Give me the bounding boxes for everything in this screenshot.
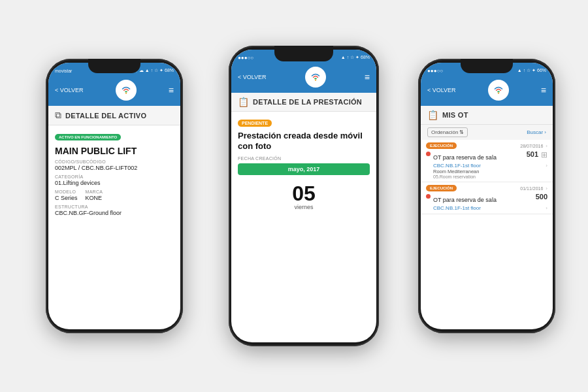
date-number-block: 05 viernes <box>238 178 370 216</box>
prestacion-description: Prestación creada desde móvil con foto <box>238 131 370 151</box>
notch-center <box>274 46 333 61</box>
battery-center: ▲ ↑ ☆ ✦ 68% <box>341 55 370 60</box>
phone-right: ●●●○○ 9:23 ▲ ↑ ☆ ✦ 66% < VOLVER <box>418 59 555 333</box>
sort-label: Ordenación <box>431 129 458 135</box>
day-number: 05 <box>243 183 365 204</box>
month-block: mayo, 2017 <box>238 163 370 175</box>
app-header-center: < VOLVER ≡ <box>231 63 376 93</box>
page-title-right: MIS OT <box>442 111 468 119</box>
page-title-center: DETALLE DE LA PRESTACIÓN <box>253 98 362 106</box>
ot-status-dot-2 <box>426 194 431 199</box>
categoria-label: CATEGORÍA <box>55 174 174 179</box>
ot-location-text-1: CBC.NB.1F-1st floor <box>433 163 481 169</box>
logo-wifi-center-icon <box>310 71 321 83</box>
logo-wifi-icon <box>120 84 132 96</box>
search-label: Buscar <box>527 129 543 135</box>
ot-title-row-2: OT para reserva de sala 500 <box>426 193 547 204</box>
asset-name: MAIN PUBLIC LIFT <box>55 146 174 156</box>
day-name: viernes <box>243 204 365 210</box>
ot-status-1: EJECUCIÓN <box>426 142 457 149</box>
codigo-label: CÓDIGO/SUBCÓDIGO <box>55 159 174 164</box>
ot-title-row-1: OT para reserva de sala 501 ⊞ <box>426 150 547 162</box>
categoria-value: 01.Lifting devices <box>55 180 174 186</box>
screen-right: ●●●○○ 9:23 ▲ ↑ ☆ ✦ 66% < VOLVER <box>421 63 553 329</box>
carrier-center: ●●●○○ <box>238 55 253 61</box>
sort-button[interactable]: Ordenación ⇅ <box>427 127 468 137</box>
screen-left: movistar ▲↑ ☁ ▲ ↑ ☆ ✦ 68% < VOLVER <box>48 63 180 329</box>
ot-arrow-2: › <box>546 186 547 191</box>
svg-point-1 <box>125 92 127 93</box>
back-button-right[interactable]: < VOLVER <box>427 87 456 93</box>
carrier-right: ●●●○○ <box>427 68 443 74</box>
menu-icon-center[interactable]: ≡ <box>365 72 370 82</box>
wifi-icon: ☁ <box>139 68 144 73</box>
logo-left <box>116 80 137 101</box>
back-button-center[interactable]: < VOLVER <box>238 74 267 80</box>
ot-title-2: OT para reserva de sala <box>433 197 497 203</box>
codigo-value: 002MPL / CBC.NB.GF-LIFT002 <box>55 165 174 171</box>
status-badge-left: ACTIVO EN FUNCIONAMIENTO <box>55 134 121 140</box>
ot-location-arrow-1: › <box>546 163 547 169</box>
logo-wifi-right-icon <box>493 84 504 96</box>
estructura-value: CBC.NB.GF-Ground floor <box>55 210 174 216</box>
menu-icon-right[interactable]: ≡ <box>541 85 546 95</box>
content-left: ACTIVO EN FUNCIONAMIENTO MAIN PUBLIC LIF… <box>48 125 180 220</box>
sort-chevron-icon: ⇅ <box>459 129 464 135</box>
modelo-label: MODELO <box>55 189 78 194</box>
phone-center: ●●●○○ 9:16 ▲ ↑ ☆ ✦ 68% < VOLVER <box>229 46 379 346</box>
ot-number-1: 501 <box>527 150 538 158</box>
ot-item-2-header: EJECUCIÓN 01/11/2016 › <box>426 185 547 191</box>
carrier-left: movistar <box>55 69 72 73</box>
ot-number-2: 500 <box>536 193 547 201</box>
ot-date-2: 01/11/2016 <box>520 186 543 191</box>
ot-date-1: 28/07/2016 <box>520 144 543 148</box>
status-icons-right: ▲ ↑ ☆ ✦ 66% <box>517 68 546 73</box>
content-center: PENDIENTE Prestación creada desde móvil … <box>231 112 376 221</box>
ot-icon: 📋 <box>427 110 438 120</box>
modelo-value: C Series <box>55 195 78 201</box>
page-title-bar-center: 📋 DETALLE DE LA PRESTACIÓN <box>231 93 376 112</box>
grid-icon-1: ⊞ <box>541 150 547 159</box>
logo-right <box>488 80 509 101</box>
battery-left: ▲ ↑ ☆ ✦ 68% <box>145 68 174 73</box>
search-button[interactable]: Buscar › <box>527 129 546 135</box>
phone-left: movistar ▲↑ ☁ ▲ ↑ ☆ ✦ 68% < VOLVER <box>46 59 183 333</box>
page-title-bar-left: ⧉ DETALLE DEL ACTIVO <box>48 106 180 125</box>
modelo-marca-row: MODELO C Series MARCA KONE <box>55 186 174 201</box>
app-header-left: < VOLVER ≡ <box>48 76 180 106</box>
prestacion-icon: 📋 <box>238 97 249 107</box>
ot-item-2[interactable]: EJECUCIÓN 01/11/2016 › OT para reserva d… <box>421 182 553 214</box>
ot-title-1: OT para reserva de sala <box>433 154 497 161</box>
page-title-bar-right: 📋 MIS OT <box>421 106 553 125</box>
marca-label: MARCA <box>86 189 103 194</box>
ot-room-1: Room Mediterranean <box>426 169 547 174</box>
back-button-left[interactable]: < VOLVER <box>55 87 84 93</box>
ot-location-text-2: CBC.NB.1F-1st floor <box>433 205 481 211</box>
svg-point-5 <box>498 92 499 93</box>
phones-container: movistar ▲↑ ☁ ▲ ↑ ☆ ✦ 68% < VOLVER <box>13 13 575 379</box>
ot-status-dot-1 <box>426 152 431 156</box>
screen-center: ●●●○○ 9:16 ▲ ↑ ☆ ✦ 68% < VOLVER <box>231 50 376 342</box>
app-header-right: < VOLVER ≡ <box>421 76 553 106</box>
ot-filter-bar: Ordenación ⇅ Buscar › <box>421 125 553 140</box>
status-badge-center: PENDIENTE <box>238 120 272 127</box>
ot-status-2: EJECUCIÓN <box>426 185 457 191</box>
estructura-label: ESTRUCTURA <box>55 204 174 209</box>
logo-center <box>305 67 326 88</box>
status-icons-center: ▲ ↑ ☆ ✦ 68% <box>341 55 370 60</box>
notch-right <box>461 59 513 73</box>
menu-icon-left[interactable]: ≡ <box>169 85 174 95</box>
ot-location-1: CBC.NB.1F-1st floor › <box>426 163 547 169</box>
page-title-left: DETALLE DEL ACTIVO <box>65 112 146 120</box>
ot-location-2: CBC.NB.1F-1st floor › <box>426 205 547 211</box>
ot-item-1-header: EJECUCIÓN 28/07/2016 › <box>426 142 547 149</box>
battery-right: ▲ ↑ ☆ ✦ 66% <box>517 68 546 73</box>
marca-value: KONE <box>86 195 103 201</box>
search-chevron-icon: › <box>544 129 546 135</box>
ot-location-arrow-2: › <box>546 205 547 211</box>
ot-category-1: 05.Room reservation <box>426 174 547 179</box>
svg-point-3 <box>315 79 316 80</box>
asset-icon: ⧉ <box>55 110 61 121</box>
ot-item-1[interactable]: EJECUCIÓN 28/07/2016 › OT para reserva d… <box>421 140 553 182</box>
notch-left <box>88 59 140 73</box>
